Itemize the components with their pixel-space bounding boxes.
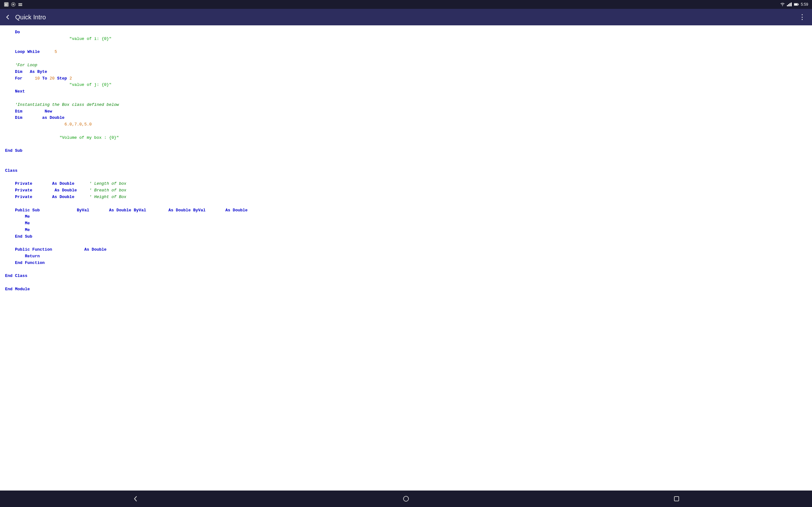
code-line: Me.length = length	[5, 214, 807, 220]
code-line: For j = 10 To 20 Step 2	[5, 75, 807, 82]
code-line: End Class	[5, 273, 807, 279]
code-line: Private height As Double ' Height of Box	[5, 194, 807, 201]
record-icon	[11, 2, 16, 7]
code-line	[5, 267, 807, 273]
status-bar: A 5:59	[0, 0, 812, 9]
code-line: Do	[5, 29, 807, 36]
nav-bar	[0, 491, 812, 507]
svg-rect-6	[787, 5, 788, 6]
svg-rect-4	[18, 3, 22, 4]
code-line: End Sub	[5, 148, 807, 154]
code-line	[5, 141, 807, 148]
code-line: Dim volume as Double	[5, 115, 807, 121]
signal-icon	[787, 2, 792, 7]
code-line	[5, 154, 807, 161]
svg-rect-12	[798, 4, 799, 5]
code-line	[5, 201, 807, 207]
code-line: Loop While (i < 5)	[5, 49, 807, 55]
nav-recent-button[interactable]	[667, 493, 687, 505]
app-bar: Quick Intro ⋮	[0, 9, 812, 25]
code-line	[5, 95, 807, 102]
back-button[interactable]	[4, 13, 11, 21]
svg-rect-7	[788, 4, 789, 6]
svg-rect-11	[794, 3, 798, 5]
battery-icon	[794, 2, 799, 7]
code-line: End Function	[5, 260, 807, 267]
code-line: Public Sub setDimensions(ByVal length As…	[5, 207, 807, 214]
code-line: Dim myBox = New Box()	[5, 108, 807, 115]
code-line: 'Instantiating the Box class defined bel…	[5, 102, 807, 108]
code-line: Public Function getVolume() As Double	[5, 246, 807, 253]
code-line	[5, 161, 807, 168]
app-bar-title: Quick Intro	[15, 14, 796, 21]
code-line: i=i+1	[5, 43, 807, 49]
code-line	[5, 279, 807, 286]
svg-rect-14	[674, 497, 679, 501]
code-line: End Module	[5, 286, 807, 293]
app-icon: A	[4, 2, 9, 7]
code-line: 'For Loop	[5, 62, 807, 69]
nav-home-button[interactable]	[396, 493, 416, 505]
code-line: Class Box	[5, 168, 807, 174]
code-line: Return length * breadth * height	[5, 253, 807, 260]
code-content: Do Console.WriteLine("value of i: {0}", …	[0, 25, 812, 491]
nav-back-button[interactable]	[125, 493, 145, 505]
status-bar-right: 5:59	[780, 2, 808, 7]
svg-rect-9	[791, 3, 792, 6]
code-line: volume = myBox.getVolume()	[5, 128, 807, 135]
wifi-icon	[780, 2, 785, 7]
code-line	[5, 240, 807, 247]
code-line: End Sub	[5, 233, 807, 240]
code-line: Private length As Double ' Length of box	[5, 181, 807, 187]
overflow-menu-button[interactable]: ⋮	[796, 10, 808, 24]
svg-point-13	[403, 496, 409, 501]
storage-icon	[18, 2, 23, 7]
code-line: myBox.setDimensions(6.0,7.0,5.0)	[5, 121, 807, 128]
clock: 5:59	[801, 2, 808, 7]
code-line: Console.WriteLine("value of i: {0}", i)	[5, 36, 807, 43]
code-line: Console.WriteLine("value of j: {0}", j)	[5, 82, 807, 89]
code-line: Next	[5, 89, 807, 95]
code-line: Private breadth As Double ' Breath of bo…	[5, 187, 807, 194]
code-line: Dim j As Byte	[5, 69, 807, 75]
svg-point-3	[12, 3, 14, 5]
svg-rect-5	[18, 5, 22, 6]
code-line	[5, 174, 807, 181]
code-line: Me.breadth = breadth	[5, 220, 807, 227]
code-line: Console.WriteLine("Volume of my box : {0…	[5, 135, 807, 141]
svg-text:A: A	[5, 3, 7, 7]
code-line: Me.height = height	[5, 227, 807, 233]
code-line	[5, 55, 807, 62]
status-bar-left: A	[4, 2, 23, 7]
svg-rect-8	[790, 3, 791, 6]
